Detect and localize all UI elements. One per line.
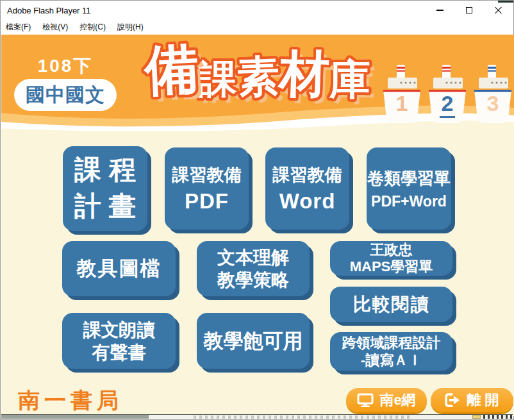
title-char: 課 (199, 60, 237, 99)
tile-text-comprehension-strategy[interactable]: 文本理解 教學策略 (197, 241, 310, 296)
term-label: 108下 (14, 54, 117, 78)
menu-control[interactable]: 控制(C) (74, 22, 112, 33)
maximize-icon (466, 7, 472, 13)
monitor-icon (357, 393, 374, 408)
background-window-sliver (1, 414, 513, 419)
tile-teaching-pack[interactable]: 教學飽可用 (197, 313, 310, 369)
boat-number: 1 (381, 92, 422, 114)
tile-label: 教學飽可用 (204, 328, 303, 355)
volume-selector: 1 2 (381, 62, 513, 124)
tile-label: PDF (185, 189, 229, 214)
tile-label: -讀寫ＡＩ (361, 351, 422, 369)
tile-label: 有聲書 (92, 341, 146, 364)
tile-label: 課習教備 (172, 164, 242, 187)
minimize-button[interactable] (425, 1, 454, 20)
exit-label: 離 開 (467, 391, 499, 410)
tile-label: 王政忠 (370, 242, 413, 258)
desktop-background-corner (498, 1, 513, 3)
menu-view[interactable]: 檢視(V) (37, 22, 74, 33)
background-window-fragment (483, 415, 514, 419)
tile-materials-pdf[interactable]: 課習教備 PDF (165, 147, 249, 230)
background-window-fragment (194, 416, 411, 419)
tile-label: 課習教備 (273, 164, 342, 187)
tile-text-audio-book[interactable]: 課文朗讀 有聲書 (62, 313, 176, 369)
background-window-fragment (472, 415, 481, 419)
flash-player-window: Adobe Flash Player 11 檔案(F) 檢視(V) 控制(C) … (0, 0, 514, 420)
tile-cross-domain-reading-writing-ai[interactable]: 跨領域課程設計 -讀寫ＡＩ (330, 332, 452, 371)
subject-badge: 國中國文 (14, 79, 117, 111)
nan-e-web-label: 南e網 (379, 391, 415, 410)
boat-number: 2 (427, 92, 468, 114)
tile-label: MAPS學習單 (350, 258, 433, 275)
menu-help[interactable]: 說明(H) (112, 22, 149, 33)
tile-label: 比較閱讀 (353, 292, 430, 317)
tile-worksheets-pdf-word[interactable]: 卷類學習單 PDF+Word (367, 147, 451, 230)
tile-materials-word[interactable]: 課習教備 Word (265, 147, 349, 230)
tile-label: 教學策略 (217, 269, 289, 291)
boat-volume-2-selected[interactable]: 2 (427, 62, 468, 124)
nan-e-web-button[interactable]: 南e網 (346, 388, 427, 412)
close-button[interactable] (484, 1, 513, 20)
title-char: 庫 (329, 59, 370, 100)
minimize-icon (436, 10, 444, 11)
window-title: Adobe Flash Player 11 (7, 6, 91, 15)
subject-label: 國中國文 (26, 82, 105, 108)
boat-volume-3[interactable]: 3 (472, 62, 513, 124)
title-char: 備 (144, 41, 200, 97)
tile-label: 課程 (74, 152, 144, 189)
page-title: 備 課 素 材 庫 (127, 42, 388, 100)
background-window-fragment (1, 415, 149, 419)
close-icon (495, 6, 502, 14)
maximize-button[interactable] (454, 1, 484, 20)
titlebar: Adobe Flash Player 11 (1, 1, 513, 20)
tile-label: 教具圖檔 (77, 255, 162, 282)
menu-file[interactable]: 檔案(F) (1, 22, 37, 33)
title-char: 素 (236, 55, 280, 98)
tile-label: 卷類學習單 (367, 167, 451, 190)
boat-number: 3 (472, 92, 513, 114)
tile-label: 跨領域課程設計 (342, 334, 441, 352)
tile-label: 課文朗讀 (83, 319, 155, 341)
menubar: 檔案(F) 檢視(V) 控制(C) 說明(H) (1, 20, 513, 35)
tile-label: PDF+Word (371, 193, 447, 210)
tile-maps-worksheet[interactable]: 王政忠 MAPS學習單 (330, 241, 452, 276)
publisher-logo: 南一書局 (18, 386, 123, 416)
tile-label: Word (279, 189, 336, 214)
tile-label: 文本理解 (217, 246, 289, 269)
tile-teaching-aids-images[interactable]: 教具圖檔 (62, 241, 176, 296)
exit-icon (445, 393, 461, 407)
tile-comparative-reading[interactable]: 比較閱讀 (330, 287, 452, 322)
window-controls (425, 1, 513, 20)
flash-stage: 108下 國中國文 備 課 素 材 庫 (1, 35, 514, 416)
exit-button[interactable]: 離 開 (431, 388, 513, 412)
title-char: 材 (279, 48, 331, 100)
boat-volume-1[interactable]: 1 (381, 62, 422, 124)
tile-label: 計畫 (74, 189, 144, 225)
tile-course-plan[interactable]: 課程 計畫 (63, 146, 147, 231)
